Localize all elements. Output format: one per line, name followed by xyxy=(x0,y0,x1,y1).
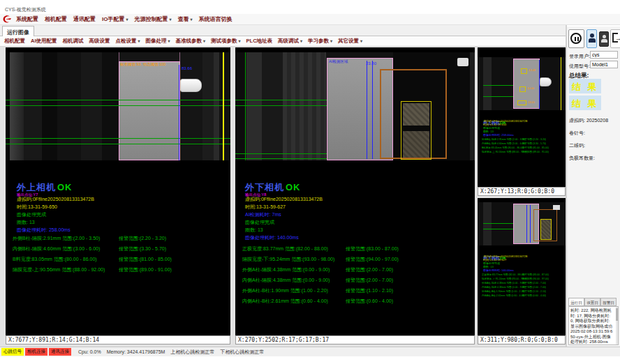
toolbar-camera-config[interactable]: 相机配置 xyxy=(4,38,25,45)
mini-measure-label: 14.06 xyxy=(527,87,534,90)
measurement-text: 外侧A柱-B柱:1.90mm 范围:(1.00 - 2.20) xyxy=(242,288,328,294)
menu-item-light-config[interactable]: 光源控制配置▾ xyxy=(134,15,171,23)
toolbar-spot-check[interactable]: 点检设置▾ xyxy=(116,38,140,45)
alarm-range-text: 报警范围:(2.20 - 3.20) xyxy=(119,236,166,241)
toolbar-other-settings[interactable]: 其它设置▾ xyxy=(338,38,362,45)
model-field[interactable] xyxy=(590,61,618,68)
toolbar-label: 图像处理 xyxy=(146,38,167,44)
center-camera-panel: AI检测区域 23.80 外下相机OK 输出点位:Y8 虚拟码:0Ffline2… xyxy=(235,47,475,344)
toolbar: 相机配置 AI使用配置 相机调试 高级设置 点检设置▾ 图像处理▾ 基准线参数▾… xyxy=(0,36,566,47)
elapsed-text: 图像处理耗时: 140.00ms xyxy=(245,235,299,241)
menu-item-view[interactable]: 查看▾ xyxy=(177,15,192,23)
alarm-range-text: 报警范围:(94.00 - 97.00) xyxy=(346,257,399,262)
menu-item-language-switch[interactable]: 系统语言切换 xyxy=(199,15,232,23)
exit-arrow-icon: → xyxy=(615,35,620,42)
left-camera-panel: 标准阈值:93, 动态阈值:100 83.66 外上相机OK 输出点位:Y7 虚… xyxy=(6,47,230,344)
alarm-range-text: 报警范围:(0.60 - 4.00) xyxy=(522,295,546,298)
log-output-box[interactable]: 耗时: 222, 网络检测耗时: 17, 网络分类耗时: 0, 网络获取分类耗时… xyxy=(568,306,619,345)
right-sidebar: → 登录用户: 使用型号: 总结果: 结 果 结 果 虚拟码: 20250208… xyxy=(567,26,620,347)
mini-panel-upper: 13.48 14.06 13.01 外上相机OK 虚拟码:0Ffline2025… xyxy=(478,47,566,196)
log-tab-run[interactable]: 运行日志 xyxy=(568,298,584,306)
mini-upper-image[interactable]: 13.48 14.06 13.01 xyxy=(478,57,566,110)
menu-item-io-config[interactable]: IO手配置▾ xyxy=(102,15,128,23)
menu-item-system-config[interactable]: 系统配置 xyxy=(16,15,38,23)
time-text: 时间:13-31-59-627 xyxy=(245,204,286,210)
toolbar-ai-usage-config[interactable]: AI使用配置 xyxy=(31,38,57,45)
process-done-text: 图像处理完成 xyxy=(245,220,274,225)
user-icon xyxy=(603,35,606,38)
alarm-range-text: 报警范围:(81.00 - 85.00) xyxy=(119,257,172,262)
baseline-vline xyxy=(245,52,246,160)
comm-connection-badge: 通讯连接 xyxy=(49,348,71,356)
measurement-text: 内侧B柱-隔膜:4.60mm 范围:(3.00 - 6.00) xyxy=(482,143,526,146)
mini-lower-image[interactable] xyxy=(478,202,566,245)
measure-line xyxy=(367,61,367,159)
image-strip xyxy=(483,57,492,110)
log-tab-alarm[interactable]: 报警日志 xyxy=(600,298,617,306)
measurement-text: 内侧A柱-B柱:2.61mm 范围:(0.60 - 4.00) xyxy=(242,298,328,304)
cpu-usage-text: Cpu: 0.0% xyxy=(78,349,101,354)
mini-lower-coordinate-bar: X:311;Y:980;R:0;G:0;B:0 xyxy=(478,335,566,344)
measure-value-label: 83.66 xyxy=(182,66,192,71)
toolbar-test-params[interactable]: 测试项参数▾ xyxy=(211,38,241,45)
log-scrollbar-thumb[interactable] xyxy=(616,308,618,321)
elapsed-text: 图像处理耗时: 140.00ms xyxy=(483,269,514,272)
exit-button[interactable]: → xyxy=(610,29,620,48)
pause-button[interactable] xyxy=(568,29,584,48)
log-text: 耗时: 222, 网络检测耗时: 17, 网络分类耗时: 0, 网络获取分类耗时… xyxy=(570,308,612,344)
needle-number-label: 卷针号: xyxy=(569,130,585,137)
measurement-text: 隔膜宽度-下:95.24mm 范围:(93.00 - 98.00) xyxy=(242,257,334,262)
baseline-line xyxy=(6,138,230,139)
alarm-range-text: 报警范围:(2.00 - 7.00) xyxy=(346,267,393,273)
toolbar-plc-address[interactable]: PLC地址表 xyxy=(246,38,273,45)
toolbar-image-processing[interactable]: 图像处理▾ xyxy=(146,38,170,45)
toolbar-advanced-debug[interactable]: 高级调试▾ xyxy=(278,38,302,45)
user-dark-button[interactable] xyxy=(599,31,609,47)
tab-run-image[interactable]: 运行图像 xyxy=(2,26,34,36)
electrode-tab-object xyxy=(540,77,552,86)
left-coordinate-bar: X:7677;Y:891;R:14;G:14;B:14 xyxy=(6,335,230,344)
virtual-code-text: 虚拟码:0Ffline2025020813313472B xyxy=(17,197,94,202)
chevron-down-icon: ▾ xyxy=(239,39,241,43)
tab-detect-box xyxy=(519,86,526,92)
toolbar-advanced-settings[interactable]: 高级设置 xyxy=(89,38,110,45)
result-badge-2: 结 果 xyxy=(569,96,601,110)
log-tab-settings[interactable]: 设置日志 xyxy=(584,298,600,306)
login-user-field[interactable] xyxy=(590,51,618,59)
measurement-text: 内侧B柱-隔膜:4.60mm 范围:(3.00 - 6.00) xyxy=(13,246,100,252)
lower-camera-heartbeat-text: 下相机心跳检测正常 xyxy=(220,349,264,356)
toolbar-camera-debug[interactable]: 相机调试 xyxy=(63,38,84,45)
camera-name: 外下相机 xyxy=(245,182,284,192)
virtual-code-label: 虚拟码: xyxy=(569,118,585,123)
turns-count-text: 圈数: 13 xyxy=(245,227,263,233)
measurement-text: 正极宽度:83.77mm 范围:(82.00 - 88.00) xyxy=(242,246,328,252)
menu-item-camera-config[interactable]: 相机配置 xyxy=(45,15,67,23)
user-icon-body xyxy=(601,39,607,43)
alarm-range-text: 报警范围:(2.00 - 7.00) xyxy=(522,287,546,289)
toolbar-baseline-params[interactable]: 基准线参数▾ xyxy=(176,38,206,45)
ai-region-label: AI检测区域 xyxy=(329,59,348,63)
menu-item-label: IO手配置 xyxy=(102,16,124,22)
log-scrollbar[interactable] xyxy=(616,307,618,344)
alarm-range-text: 报警范围:(2.20 - 3.20) xyxy=(522,139,546,142)
image-strip xyxy=(283,52,326,160)
user-icon-body xyxy=(589,38,596,43)
camera-connection-badge: 相机连接 xyxy=(25,348,47,356)
menu-item-comm-config[interactable]: 通讯配置 xyxy=(73,15,96,23)
measure-line xyxy=(530,205,531,243)
center-camera-image[interactable]: AI检测区域 23.80 xyxy=(235,52,475,160)
pause-bar xyxy=(577,37,579,41)
electrode-tab-object xyxy=(180,79,202,92)
chevron-down-icon: ▾ xyxy=(203,39,205,43)
left-camera-image[interactable]: 标准阈值:93, 动态阈值:100 83.66 xyxy=(6,52,230,160)
user-badge-button[interactable] xyxy=(586,29,597,48)
tab-detect-box xyxy=(521,68,527,74)
alarm-range-text: 报警范围:(1.10 - 2.10) xyxy=(346,288,393,294)
menu-bar: 系统配置 相机配置 通讯配置 IO手配置▾ 光源控制配置▾ 查看▾ 系统语言切换 xyxy=(0,14,620,25)
measurement-text: 外侧B柱-隔膜:2.91mm 范围:(2.00 - 3.50) xyxy=(482,139,526,142)
virtual-code-value: 20250208 xyxy=(586,118,608,123)
alarm-range-text: 报警范围:(0.60 - 4.00) xyxy=(346,298,393,304)
toolbar-learning-params[interactable]: 学习参数▾ xyxy=(308,38,332,45)
edge-marker-line xyxy=(223,52,224,160)
chevron-down-icon: ▾ xyxy=(360,39,362,43)
